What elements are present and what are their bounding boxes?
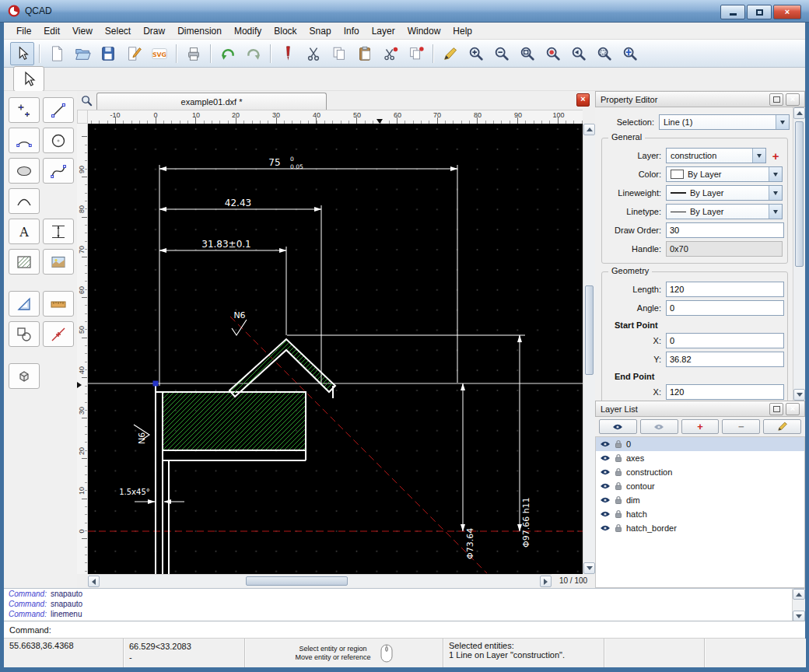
arc-tool-button[interactable] [9, 128, 40, 153]
drawing-canvas[interactable]: 75 0 0.05 42.43 31.83±0.1 N6 N6 1.5x45° … [88, 124, 583, 574]
menu-snap[interactable]: Snap [303, 23, 338, 39]
selection-handle[interactable] [153, 381, 159, 387]
menu-block[interactable]: Block [268, 23, 303, 39]
angle-input[interactable] [666, 300, 784, 316]
show-all-layers-button[interactable] [599, 419, 637, 434]
layer-list-close-button[interactable] [786, 403, 800, 415]
menu-select[interactable]: Select [99, 23, 137, 39]
menu-info[interactable]: Info [338, 23, 366, 39]
polyline-tool-button[interactable] [9, 188, 40, 214]
dropdown-button[interactable] [769, 205, 782, 219]
auto-zoom-button[interactable] [515, 42, 539, 65]
menu-view[interactable]: View [66, 23, 99, 39]
window-titlebar[interactable]: QCAD [0, 0, 809, 23]
dropdown-button[interactable] [769, 186, 782, 200]
selection-combo[interactable]: Line (1) [659, 114, 790, 130]
layer-row[interactable]: dim [596, 493, 804, 507]
cut-with-reference-button[interactable] [378, 42, 402, 65]
point-tool-button[interactable] [9, 97, 40, 123]
dropdown-button[interactable] [769, 167, 782, 181]
scroll-up-button[interactable] [793, 589, 805, 600]
start-y-input[interactable] [666, 352, 784, 367]
menu-help[interactable]: Help [447, 23, 478, 39]
hide-all-layers-button[interactable] [640, 419, 678, 434]
close-button[interactable] [773, 5, 801, 19]
layer-row[interactable]: contour [596, 479, 804, 493]
scroll-left-button[interactable] [88, 576, 100, 587]
add-layer-button[interactable] [681, 419, 720, 434]
canvas-vertical-scrollbar[interactable] [583, 124, 595, 574]
layer-row[interactable]: 0 [596, 437, 804, 451]
undo-button[interactable] [215, 42, 240, 65]
zoom-in-button[interactable] [464, 42, 488, 65]
menu-dimension[interactable]: Dimension [171, 23, 228, 39]
svg-export-button[interactable] [147, 42, 171, 65]
length-input[interactable] [666, 282, 784, 297]
draw-order-input[interactable] [666, 222, 784, 238]
layer-lock-icon[interactable] [615, 523, 622, 533]
zoom-selection-button[interactable] [541, 42, 565, 65]
layer-lock-icon[interactable] [615, 481, 622, 491]
layer-visibility-icon[interactable] [600, 440, 611, 448]
pan-zoom-button[interactable] [618, 42, 642, 65]
spline-tool-button[interactable] [43, 158, 74, 184]
dropdown-button[interactable] [752, 149, 765, 163]
scroll-down-button[interactable] [583, 562, 595, 574]
copy-with-reference-button[interactable] [404, 42, 428, 65]
layer-lock-icon[interactable] [615, 467, 622, 477]
menu-layer[interactable]: Layer [366, 23, 401, 39]
circle-tool-button[interactable] [43, 128, 74, 153]
menu-file[interactable]: File [10, 23, 37, 39]
previous-view-button[interactable] [566, 42, 590, 65]
text-tool-button[interactable] [9, 219, 40, 244]
tab-close-button[interactable] [576, 93, 590, 107]
dimension-tool-button[interactable] [43, 219, 74, 244]
layer-lock-icon[interactable] [615, 495, 622, 505]
scroll-up-button[interactable] [793, 107, 805, 119]
dropdown-button[interactable] [776, 115, 789, 129]
marker-pen-button[interactable] [275, 42, 299, 65]
document-tab[interactable]: example01.dxf * [96, 93, 327, 110]
layer-visibility-icon[interactable] [600, 510, 611, 518]
line-tool-button[interactable] [43, 97, 74, 123]
layer-lock-icon[interactable] [615, 453, 622, 463]
property-editor-float-button[interactable] [769, 93, 783, 106]
canvas-horizontal-scrollbar[interactable] [88, 574, 552, 587]
layer-visibility-icon[interactable] [600, 468, 611, 476]
layer-visibility-icon[interactable] [600, 496, 611, 504]
cut-button[interactable] [301, 42, 325, 65]
edit-layer-button[interactable] [763, 419, 801, 434]
layer-row[interactable]: axes [596, 451, 804, 465]
add-layer-quick-button[interactable] [769, 149, 783, 163]
draw-pencil-button[interactable] [438, 42, 462, 65]
horizontal-scroll-thumb[interactable] [246, 576, 348, 586]
ruler-tool-button[interactable] [43, 291, 74, 317]
remove-layer-button[interactable] [722, 419, 760, 434]
layer-lock-icon[interactable] [615, 509, 622, 519]
print-button[interactable] [181, 42, 205, 65]
property-editor-close-button[interactable] [786, 93, 800, 106]
modify-tool-button[interactable] [9, 321, 40, 347]
layer-combo[interactable]: construction [666, 148, 766, 163]
redo-button[interactable] [241, 42, 265, 65]
console-scrollbar[interactable] [792, 589, 805, 621]
snap-tool-button[interactable] [43, 321, 74, 347]
minimize-button[interactable] [720, 5, 745, 19]
lineweight-combo[interactable]: By Layer [666, 185, 783, 201]
layer-row[interactable]: construction [596, 465, 804, 479]
menu-window[interactable]: Window [401, 23, 447, 39]
menu-draw[interactable]: Draw [137, 23, 171, 39]
menu-modify[interactable]: Modify [228, 23, 268, 39]
start-x-input[interactable] [666, 333, 784, 348]
edit-drawing-button[interactable] [121, 42, 145, 65]
layer-row[interactable]: hatch [596, 507, 804, 521]
maximize-button[interactable] [747, 5, 772, 19]
hatch-tool-button[interactable] [9, 249, 40, 275]
scroll-up-button[interactable] [583, 124, 595, 135]
zoom-out-button[interactable] [489, 42, 513, 65]
zoom-window-button[interactable] [592, 42, 616, 65]
layer-row[interactable]: hatch_border [596, 521, 804, 535]
vertical-scroll-thumb[interactable] [585, 285, 594, 375]
layer-list-float-button[interactable] [769, 403, 783, 415]
selection-option-button[interactable] [13, 66, 44, 92]
